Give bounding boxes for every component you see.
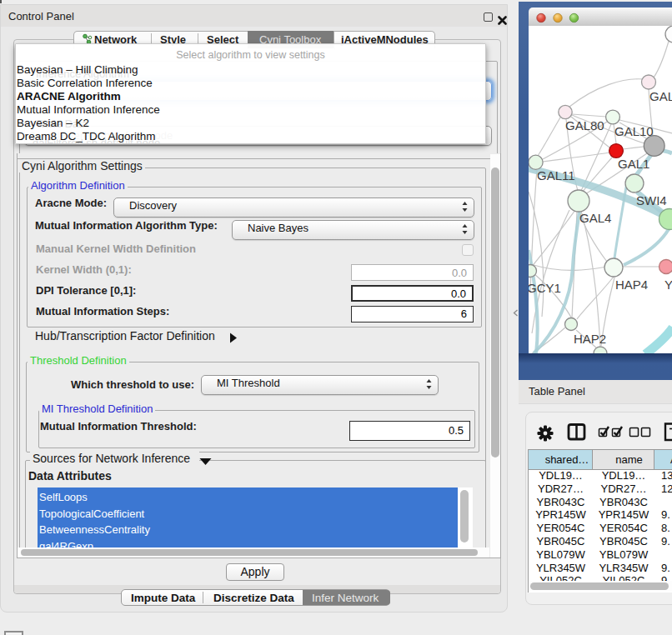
svg-text:HAP4: HAP4 [615,278,648,292]
svg-text:GAL10: GAL10 [614,124,654,138]
svg-text:HAP2: HAP2 [574,332,606,346]
svg-text:GCY1: GCY1 [529,281,561,295]
svg-text:GAL1: GAL1 [618,157,649,171]
svg-text:SWI4: SWI4 [636,193,667,208]
svg-text:GAL80: GAL80 [565,118,604,132]
svg-text:GAL7: GAL7 [649,89,672,103]
svg-text:GAL11: GAL11 [537,168,575,182]
svg-text:GAL4: GAL4 [579,211,611,225]
svg-text:Y: Y [664,278,672,292]
